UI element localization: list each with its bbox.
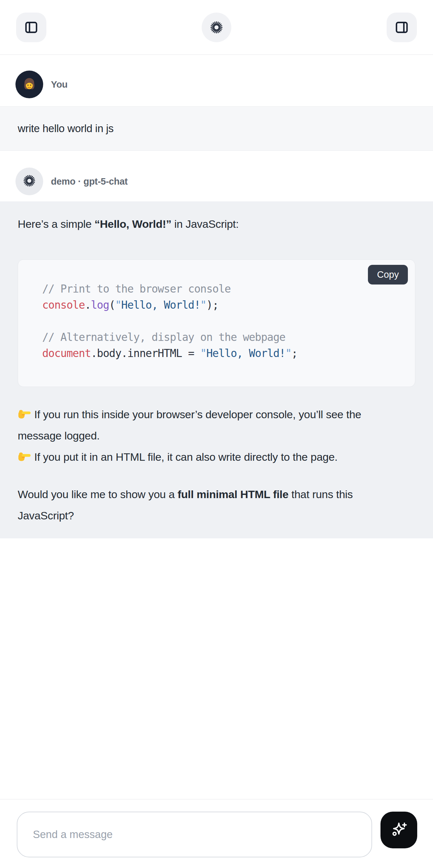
ai-send-button[interactable] bbox=[380, 812, 417, 848]
assistant-closing-question: Would you like me to show you a full min… bbox=[18, 484, 407, 526]
sidebar-left-icon bbox=[24, 20, 39, 35]
code-block: Copy // Print to the browser consolecons… bbox=[18, 259, 415, 387]
user-message-bubble: write hello world in js bbox=[0, 106, 433, 151]
chat-empty-space bbox=[0, 538, 433, 799]
assistant-message-bubble: Here’s a simple “Hello, World!” in JavaS… bbox=[0, 202, 433, 538]
tip-line-2: If you put it in an HTML file, it can al… bbox=[18, 446, 407, 467]
assistant-tips-text: If you run this inside your browser’s de… bbox=[18, 404, 407, 467]
top-bar bbox=[0, 0, 433, 55]
tip-line-1: If you run this inside your browser’s de… bbox=[18, 404, 407, 446]
user-message-text: write hello world in js bbox=[18, 122, 114, 135]
right-panel-button[interactable] bbox=[386, 12, 417, 42]
code-line: // Print to the browser console bbox=[42, 281, 402, 297]
copy-code-button[interactable]: Copy bbox=[368, 265, 408, 284]
code-content: // Print to the browser consoleconsole.l… bbox=[42, 281, 402, 362]
assistant-avatar bbox=[16, 167, 43, 195]
sidebar-right-icon bbox=[394, 20, 409, 35]
code-line: document.body.innerHTML = "Hello, World!… bbox=[42, 345, 402, 362]
message-input[interactable] bbox=[33, 828, 356, 841]
assistant-model-name: demo · gpt-5-chat bbox=[51, 176, 128, 187]
code-line: console.log("Hello, World!"); bbox=[42, 297, 402, 313]
assistant-message-header: demo · gpt-5-chat bbox=[0, 167, 433, 195]
sparkle-icon bbox=[389, 819, 409, 841]
user-sender-name: You bbox=[51, 79, 68, 90]
starburst-icon bbox=[21, 173, 37, 190]
composer-bar bbox=[0, 799, 433, 868]
model-spark-button[interactable] bbox=[202, 12, 231, 42]
assistant-intro-text: Here’s a simple “Hello, World!” in JavaS… bbox=[18, 216, 415, 232]
pointing-right-emoji bbox=[18, 449, 31, 463]
message-input-pill bbox=[17, 812, 372, 857]
code-line: // Alternatively, display on the webpage bbox=[42, 329, 402, 345]
code-line bbox=[42, 313, 402, 329]
user-message-header: You bbox=[0, 70, 433, 98]
left-sidebar-button[interactable] bbox=[16, 12, 47, 42]
person-emoji bbox=[20, 74, 39, 95]
user-avatar bbox=[16, 70, 43, 98]
pointing-right-emoji bbox=[18, 407, 31, 420]
starburst-icon bbox=[208, 19, 225, 36]
